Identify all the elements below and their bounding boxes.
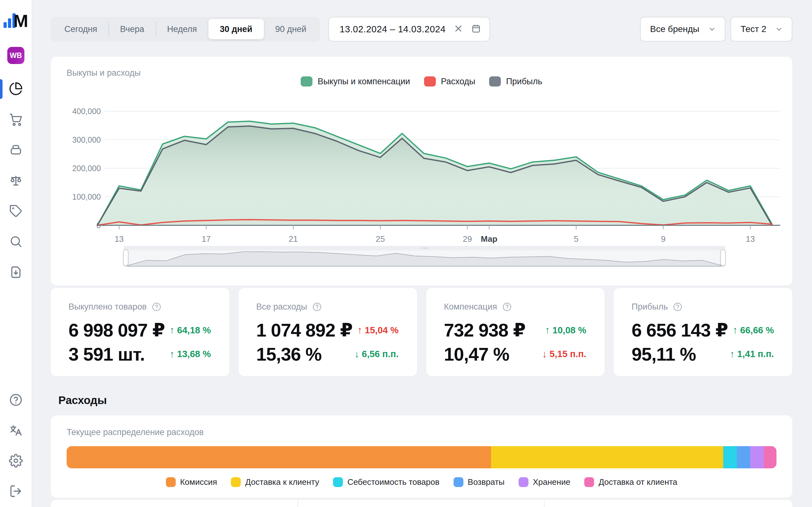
clear-date-icon[interactable] <box>453 23 463 35</box>
svg-text:25: 25 <box>376 234 385 244</box>
sidebar-footer-help[interactable] <box>8 392 23 407</box>
kpi-title: Компенсация <box>444 302 497 312</box>
kpi-value: 1 074 892 ₽ <box>256 320 353 341</box>
kpi-value: 10,47 % <box>444 343 509 365</box>
report-download-icon <box>9 265 23 279</box>
sidebar-footer-language[interactable] <box>8 423 23 438</box>
expense-distribution-card: Текущее распределение расходов КомиссияД… <box>51 415 792 498</box>
svg-text:100,000: 100,000 <box>72 192 101 201</box>
legend-swatch <box>454 477 463 487</box>
svg-text:5: 5 <box>574 234 578 244</box>
kpi-value: 15,36 % <box>256 343 322 365</box>
legend-swatch <box>333 477 343 487</box>
delta-arrow-icon: ↓ <box>354 349 359 360</box>
help-icon[interactable] <box>152 302 161 312</box>
expense-legend-item[interactable]: Доставка от клиента <box>584 477 677 487</box>
delta-arrow-icon: ↑ <box>730 349 735 360</box>
minimap-left-handle[interactable] <box>123 249 129 266</box>
expense-segment[interactable] <box>750 446 764 468</box>
kpi-card: Все расходы1 074 892 ₽↑15,04 %15,36 %↓6,… <box>239 288 417 376</box>
help-icon <box>9 393 23 407</box>
svg-text:21: 21 <box>289 234 298 244</box>
sidebar-nav-tag[interactable] <box>8 204 23 219</box>
period-tab-1[interactable]: Вчера <box>108 19 155 39</box>
delta-arrow-icon: ↓ <box>542 349 547 360</box>
calendar-icon[interactable] <box>471 23 481 35</box>
expense-legend-item[interactable]: Себестоимость товаров <box>333 477 439 487</box>
sidebar-nav-cart[interactable] <box>8 112 23 127</box>
minimap-right-handle[interactable] <box>720 249 726 266</box>
period-tab-4[interactable]: 90 дней <box>264 19 318 39</box>
delta-arrow-icon: ↑ <box>357 325 362 336</box>
sidebar-footer-logout[interactable] <box>8 484 23 499</box>
wb-marketplace-badge[interactable]: WB <box>7 47 24 64</box>
sidebar-footer-settings[interactable] <box>8 453 23 468</box>
distribution-title: Текущее распределение расходов <box>67 428 776 437</box>
legend-label: Комиссия <box>180 477 217 487</box>
app-logo[interactable]: M <box>3 13 28 28</box>
svg-text:29: 29 <box>463 234 472 244</box>
legend-swatch <box>584 477 594 487</box>
expense-segment[interactable] <box>67 446 491 468</box>
kpi-value: 3 591 шт. <box>68 343 145 365</box>
expense-segment[interactable] <box>764 446 776 468</box>
kpi-value: 6 998 097 ₽ <box>68 320 165 341</box>
period-tab-3[interactable]: 30 дней <box>208 19 264 39</box>
expense-segment[interactable] <box>737 446 751 468</box>
date-range-picker[interactable]: 13.02.2024 – 14.03.2024 <box>328 17 490 42</box>
kpi-delta: ↑13,68 % <box>170 349 211 360</box>
expense-legend-item[interactable]: Возвраты <box>454 477 505 487</box>
active-nav-indicator <box>0 79 3 99</box>
legend-label: Доставка к клиенту <box>245 477 319 487</box>
kpi-delta: ↓5,15 п.п. <box>542 349 586 360</box>
expense-legend-item[interactable]: Доставка к клиенту <box>231 477 319 487</box>
kpi-value: 732 938 ₽ <box>444 320 525 341</box>
scales-icon <box>9 174 23 187</box>
sidebar-nav-scales[interactable] <box>8 173 23 188</box>
brand-filter-value: Все бренды <box>650 24 699 34</box>
legend-swatch <box>519 477 528 487</box>
kpi-delta: ↑1,41 п.п. <box>730 349 774 360</box>
kpi-card: Выкуплено товаров6 998 097 ₽↑64,18 %3 59… <box>51 288 229 376</box>
svg-text:17: 17 <box>202 234 211 244</box>
kpi-delta: ↑66,66 % <box>733 325 774 336</box>
area-chart-plot: 0100,000200,000300,000400,0001317212529М… <box>51 57 792 244</box>
period-tab-2[interactable]: Неделя <box>156 19 208 39</box>
period-tab-0[interactable]: Сегодня <box>53 19 108 39</box>
kpi-card: Компенсация732 938 ₽↑10,08 %10,47 %↓5,15… <box>426 288 605 376</box>
kpi-title: Прибыль <box>631 302 668 312</box>
expense-legend-item[interactable]: Комиссия <box>166 477 217 487</box>
next-section-card-clipped <box>51 500 792 507</box>
logo-letter: M <box>13 14 28 28</box>
delta-arrow-icon: ↑ <box>545 325 550 336</box>
svg-text:13: 13 <box>746 234 755 244</box>
legend-label: Возвраты <box>468 477 505 487</box>
help-icon[interactable] <box>312 302 322 312</box>
expense-segment[interactable] <box>491 446 723 468</box>
sidebar-nav-products[interactable] <box>8 142 23 158</box>
main-content: СегодняВчераНеделя30 дней90 дней 13.02.2… <box>32 0 812 507</box>
kpi-title: Все расходы <box>256 302 307 312</box>
delta-arrow-icon: ↑ <box>170 325 175 336</box>
sidebar-nav-report-download[interactable] <box>8 265 23 280</box>
expense-segment[interactable] <box>723 446 737 468</box>
account-filter-select[interactable]: Тест 2 <box>730 17 792 42</box>
kpi-delta: ↑10,08 % <box>545 325 586 336</box>
search-icon <box>9 234 23 248</box>
minimap-track[interactable] <box>124 246 725 250</box>
kpi-value: 6 656 143 ₽ <box>631 320 728 341</box>
sidebar-nav-search[interactable] <box>8 234 23 249</box>
kpi-value: 95,11 % <box>631 343 696 365</box>
help-icon[interactable] <box>673 302 682 312</box>
svg-text:13: 13 <box>114 234 124 244</box>
kpi-title: Выкуплено товаров <box>68 302 147 312</box>
logout-icon <box>9 484 23 498</box>
brand-filter-select[interactable]: Все бренды <box>640 17 725 42</box>
column-divider <box>544 500 545 507</box>
products-icon <box>9 143 23 157</box>
help-icon[interactable] <box>502 302 512 312</box>
chart-range-minimap[interactable] <box>124 246 725 268</box>
legend-swatch <box>231 477 241 487</box>
sidebar-nav-pie-chart[interactable] <box>8 81 23 96</box>
expense-legend-item[interactable]: Хранение <box>519 477 570 487</box>
